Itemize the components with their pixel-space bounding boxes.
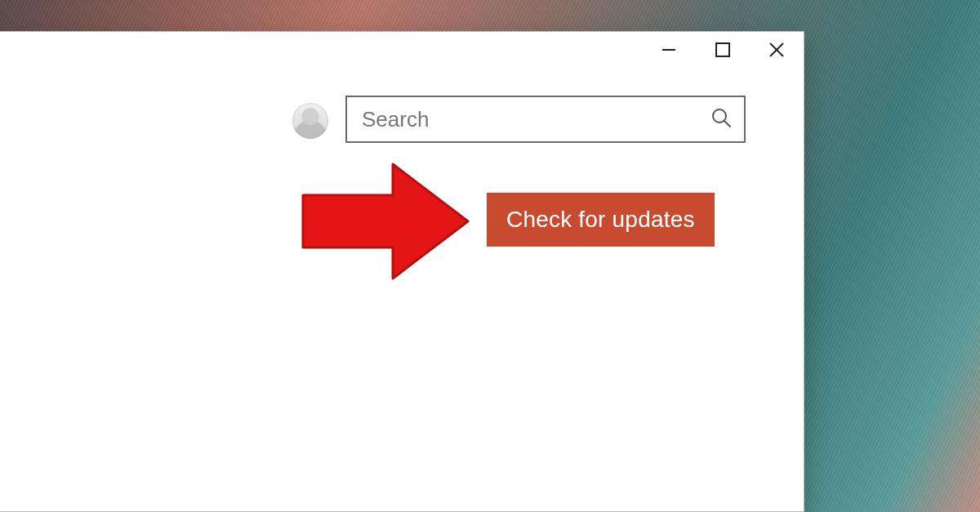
minimize-icon	[660, 41, 678, 59]
maximize-icon	[715, 42, 731, 58]
annotation-arrow-icon	[295, 156, 474, 287]
user-avatar[interactable]	[292, 103, 328, 139]
close-button[interactable]	[750, 32, 804, 68]
svg-line-5	[724, 121, 730, 127]
check-for-updates-button[interactable]: Check for updates	[487, 193, 715, 247]
minimize-button[interactable]	[642, 32, 696, 68]
window-controls	[642, 32, 804, 68]
app-window: Check for updates	[0, 31, 804, 512]
maximize-button[interactable]	[696, 32, 750, 68]
search-input[interactable]	[362, 107, 703, 132]
search-icon[interactable]	[710, 106, 733, 132]
search-box[interactable]	[345, 96, 746, 143]
close-icon	[768, 41, 786, 59]
svg-rect-1	[716, 43, 729, 56]
svg-marker-6	[303, 164, 468, 278]
